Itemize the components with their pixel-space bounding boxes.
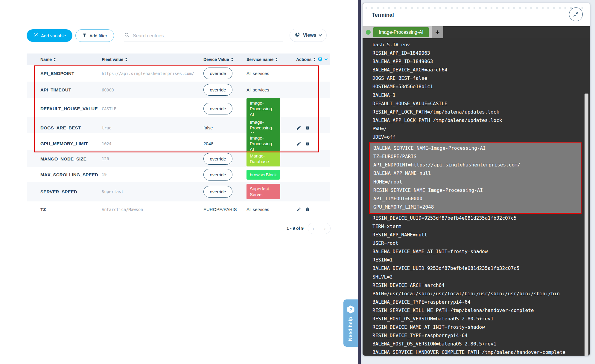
new-terminal-tab-button[interactable]: + bbox=[432, 26, 443, 38]
sort-icon bbox=[125, 58, 127, 61]
override-button[interactable]: override bbox=[203, 68, 232, 79]
chevron-down-icon bbox=[319, 33, 322, 36]
terminal-title: Terminal bbox=[372, 12, 394, 18]
terminal-line: API_ENDPOINT=https://api.singlehashenter… bbox=[373, 161, 581, 169]
override-button[interactable]: override bbox=[203, 186, 232, 198]
trash-icon bbox=[305, 125, 310, 130]
search-bar bbox=[124, 30, 283, 42]
drag-handle-dots[interactable] bbox=[366, 7, 586, 9]
terminal-lines-before: bash-5.1# envRESIN_APP_ID=1849063BALENA_… bbox=[372, 41, 582, 141]
service-name: All services bbox=[246, 207, 296, 212]
variable-name: SERVER_SPEED bbox=[40, 189, 102, 194]
terminal-line: SHLVL=2 bbox=[372, 273, 582, 281]
add-variable-button[interactable]: Add variable bbox=[27, 29, 72, 42]
delete-button[interactable] bbox=[305, 125, 310, 130]
pagination: 1 - 9 of 9 ‹ › bbox=[287, 223, 331, 234]
terminal-line: DEFAULT_HOUSE_VALUE=CASTLE bbox=[372, 100, 582, 108]
column-header-actions[interactable]: Actions ⚙ bbox=[296, 56, 330, 62]
variables-panel: Add variable Add filter Views Name Fleet… bbox=[0, 0, 358, 364]
edit-button[interactable] bbox=[296, 125, 301, 130]
next-page-button[interactable]: › bbox=[319, 223, 330, 234]
variable-name: GPU_MEMORY_LIMIT bbox=[40, 141, 102, 146]
override-button[interactable]: override bbox=[203, 153, 232, 165]
column-header-device-value[interactable]: Device Value bbox=[203, 57, 246, 62]
service-badge: Image-Processing-AI bbox=[246, 98, 280, 119]
column-header-service-name[interactable]: Service name bbox=[246, 57, 296, 62]
terminal-line: USER=root bbox=[372, 239, 582, 247]
sort-icon bbox=[54, 58, 56, 61]
terminal-line: UDEV=off bbox=[372, 133, 582, 141]
chevron-left-icon: ‹ bbox=[313, 225, 315, 232]
override-button[interactable]: override bbox=[203, 103, 232, 114]
device-value: false bbox=[203, 125, 246, 130]
edit-button[interactable] bbox=[296, 141, 301, 146]
column-header-name[interactable]: Name bbox=[40, 57, 102, 62]
terminal-output[interactable]: bash-5.1# envRESIN_APP_ID=1849063BALENA_… bbox=[363, 38, 590, 356]
terminal-line: RESIN_SERVICE_KILL_ME_PATH=/tmp/balena/h… bbox=[372, 306, 582, 315]
terminal-line: RESIN_APP_ID=1849063 bbox=[372, 49, 582, 57]
device-value: 2048 bbox=[203, 141, 246, 146]
terminal-line: RESIN_DEVICE_ARCH=aarch64 bbox=[372, 281, 582, 290]
table-row[interactable]: API_TIMEOUT 60000 override All services bbox=[27, 82, 330, 98]
terminal-line: HOSTNAME=53d56e18b1c1 bbox=[372, 82, 582, 91]
table-row[interactable]: TZ Antarctica/Mawson EUROPE/PARIS All se… bbox=[27, 201, 330, 217]
override-button[interactable]: override bbox=[203, 84, 232, 96]
terminal-line: TZ=EUROPE/PARIS bbox=[373, 152, 581, 161]
pencil-icon bbox=[296, 125, 301, 130]
panel-divider[interactable] bbox=[358, 0, 361, 364]
column-settings-gear-icon[interactable]: ⚙ bbox=[317, 56, 322, 62]
views-button[interactable]: Views bbox=[290, 29, 327, 42]
table-row[interactable]: MANGO_NODE_SIZE 120 override Mango-Datab… bbox=[27, 150, 330, 167]
table-row[interactable]: DEFAULT_HOUSE_VALUE CASTLE override Imag… bbox=[27, 98, 330, 117]
terminal-line: RESIN_SERVICE_NAME=Image-Processing-AI bbox=[373, 186, 581, 195]
previous-page-button[interactable]: ‹ bbox=[308, 223, 319, 234]
collapse-terminal-button[interactable] bbox=[569, 7, 583, 21]
delete-button[interactable] bbox=[305, 141, 310, 146]
sort-icon bbox=[313, 58, 316, 61]
need-help-tab[interactable]: ? Need help bbox=[343, 299, 358, 347]
collapse-table-chevron-icon[interactable] bbox=[325, 57, 328, 60]
fleet-value: CASTLE bbox=[102, 106, 203, 111]
filter-funnel-icon bbox=[82, 33, 87, 38]
table-row[interactable]: GPU_MEMORY_LIMIT 1024 2048 Image-Process… bbox=[27, 133, 330, 150]
fleet-value: true bbox=[102, 126, 203, 130]
search-icon bbox=[124, 32, 130, 39]
variable-name: TZ bbox=[40, 207, 102, 212]
terminal-line: RESIN_DEVICE_UUID=9253df87befb4e081d235a… bbox=[372, 214, 582, 222]
override-button[interactable]: override bbox=[203, 169, 232, 181]
service-badge: browserBlock bbox=[246, 170, 280, 180]
service-badge: Superfast-Server bbox=[246, 184, 280, 199]
pie-chart-icon bbox=[295, 32, 300, 39]
table-row[interactable]: SERVER_SPEED Superfast override Superfas… bbox=[27, 182, 330, 201]
variable-name: MANGO_NODE_SIZE bbox=[40, 156, 102, 161]
pagination-label: 1 - 9 of 9 bbox=[287, 226, 304, 231]
table-header: Name Fleet value Device Value Service na… bbox=[27, 53, 330, 65]
terminal-lines-after: RESIN_DEVICE_UUID=9253df87befb4e081d235a… bbox=[372, 214, 582, 356]
terminal-line: BALENA_DEVICE_UUID=9253df87befb4e081d235… bbox=[372, 264, 582, 273]
add-filter-button[interactable]: Add filter bbox=[75, 29, 114, 42]
terminal-line: bash-5.1# env bbox=[372, 41, 582, 49]
terminal-scrollbar-thumb[interactable] bbox=[585, 94, 588, 356]
terminal-line: BALENA=1 bbox=[372, 91, 582, 100]
terminal-panel: Terminal Image-Processing-AI + bash-5.1#… bbox=[361, 0, 595, 364]
table-row[interactable]: MAX_SCROLLING_SPEED 19 override browserB… bbox=[27, 167, 330, 182]
terminal-line: TERM=xterm bbox=[372, 222, 582, 231]
fleet-value: 120 bbox=[102, 156, 203, 161]
variable-name: API_TIMEOUT bbox=[40, 87, 102, 92]
terminal-tab-image-processing-ai[interactable]: Image-Processing-AI bbox=[373, 27, 429, 37]
terminal-tab-bar: Image-Processing-AI + bbox=[363, 26, 590, 38]
fleet-value: 60000 bbox=[102, 88, 203, 92]
column-header-fleet-value[interactable]: Fleet value bbox=[102, 57, 203, 62]
table-row[interactable]: DOGS_ARE_BEST true false Image-Processin… bbox=[27, 117, 330, 133]
terminal-line: RESIN_DEVICE_TYPE=raspberrypi4-64 bbox=[372, 331, 582, 340]
delete-button[interactable] bbox=[305, 207, 310, 212]
fleet-value: https://api.singlehashenterprises.com/ bbox=[102, 71, 203, 76]
variable-name: DEFAULT_HOUSE_VALUE bbox=[40, 106, 102, 111]
terminal-line: HOME=/root bbox=[373, 178, 581, 186]
terminal-line: RESIN_APP_LOCK_PATH=/tmp/balena/updates.… bbox=[372, 108, 582, 116]
fleet-value: Antarctica/Mawson bbox=[102, 207, 203, 212]
table-row[interactable]: API_ENDPOINT https://api.singlehashenter… bbox=[27, 65, 330, 82]
device-value: EUROPE/PARIS bbox=[203, 207, 246, 212]
edit-button[interactable] bbox=[296, 207, 301, 212]
search-input[interactable] bbox=[133, 33, 283, 39]
